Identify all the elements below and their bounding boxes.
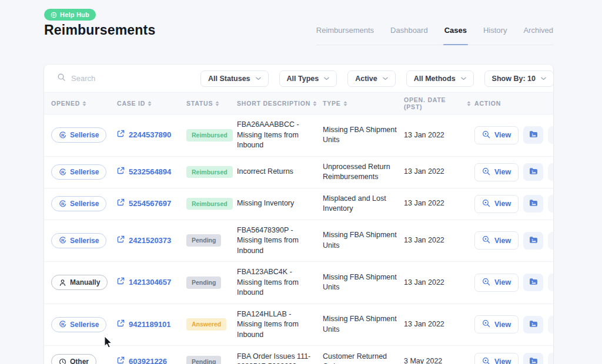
refresh-button[interactable] — [548, 274, 553, 291]
tab-cases[interactable]: Cases — [444, 26, 467, 35]
sort-icon — [148, 101, 152, 106]
svg-text:R: R — [61, 133, 65, 138]
folder-icon — [529, 130, 538, 140]
view-button[interactable]: View — [474, 353, 519, 364]
table-header: OPENED CASE ID STATUS SHORT DESCRIPTION — [44, 93, 553, 114]
chevron-down-icon — [461, 77, 466, 80]
archive-folder-button[interactable] — [523, 195, 543, 213]
column-header-status[interactable]: STATUS — [186, 100, 237, 107]
archive-folder-button[interactable] — [523, 353, 543, 364]
sellerise-icon: R — [59, 237, 66, 244]
view-button[interactable]: View — [474, 195, 519, 213]
opened-pill[interactable]: R Sellerise — [51, 196, 106, 211]
tab-reimbursements[interactable]: Reimbursements — [316, 26, 374, 35]
open-date: 13 Jan 2022 — [404, 278, 474, 288]
page-title: Reimbursements — [44, 22, 155, 38]
column-header-type[interactable]: TYPE — [323, 100, 404, 107]
archive-folder-button[interactable] — [523, 316, 543, 333]
opened-pill[interactable]: R Sellerise — [51, 164, 106, 180]
open-date: 13 Jan 2022 — [404, 235, 474, 246]
tab-archived[interactable]: Archived — [523, 26, 553, 35]
refresh-button[interactable] — [548, 126, 553, 144]
view-icon — [482, 199, 490, 209]
filter-dropdown-active[interactable]: Active — [347, 70, 396, 87]
open-date: 13 Jan 2022 — [404, 319, 474, 330]
refresh-button[interactable] — [548, 232, 553, 250]
external-link-icon — [117, 167, 125, 177]
case-type: Misplaced and Lost Inventory — [323, 194, 404, 214]
filter-dropdowns: All Statuses All Types Active All Method… — [200, 70, 553, 87]
view-button[interactable]: View — [474, 126, 519, 144]
short-description: Missing Inventory — [237, 198, 323, 209]
short-description: Incorrect Returns — [237, 167, 323, 177]
case-id-link[interactable]: 9421189101 — [117, 319, 171, 330]
chevron-down-icon — [324, 77, 329, 80]
refresh-button[interactable] — [548, 316, 553, 333]
external-link-icon — [117, 319, 125, 330]
archive-folder-button[interactable] — [523, 274, 543, 291]
case-type: Missing FBA Shipment Units — [323, 272, 404, 293]
svg-text:R: R — [61, 170, 65, 175]
opened-pill[interactable]: Other — [51, 354, 96, 364]
filter-dropdown-show-by-10[interactable]: Show By: 10 — [484, 70, 553, 87]
case-id-link[interactable]: 5232564894 — [117, 167, 171, 177]
case-id-link[interactable]: 2421520373 — [117, 235, 171, 246]
folder-icon — [529, 278, 538, 287]
view-button[interactable]: View — [474, 163, 519, 181]
case-type: Missing FBA Shipment Units — [323, 230, 404, 251]
case-id-link[interactable]: 603921226 — [117, 356, 167, 364]
opened-pill[interactable]: R Sellerise — [51, 233, 106, 248]
clock-icon — [59, 358, 66, 364]
tab-history[interactable]: History — [483, 26, 507, 35]
view-icon — [482, 319, 490, 329]
filter-dropdown-all-methods[interactable]: All Methods — [406, 70, 474, 87]
status-badge: Reimbursed — [186, 166, 233, 178]
case-id-link[interactable]: 2244537890 — [117, 130, 171, 140]
folder-icon — [529, 236, 538, 245]
search-input[interactable] — [71, 74, 200, 83]
short-description: FBA123ABC4K - Missing Items from Inbound — [237, 267, 323, 298]
filter-dropdown-all-types[interactable]: All Types — [279, 70, 337, 87]
case-id-link[interactable]: 1421304657 — [117, 277, 171, 288]
sellerise-icon: R — [59, 321, 66, 328]
tab-dashboard[interactable]: Dashboard — [390, 26, 428, 35]
column-header-opened[interactable]: OPENED — [51, 100, 117, 107]
view-button[interactable]: View — [474, 231, 519, 250]
opened-pill[interactable]: R Sellerise — [51, 127, 106, 143]
archive-folder-button[interactable] — [523, 163, 543, 181]
table-row: R Sellerise 2244537890 Reimbursed FB — [44, 114, 553, 157]
view-button[interactable]: View — [474, 274, 519, 292]
view-button[interactable]: View — [474, 315, 519, 333]
refresh-button[interactable] — [548, 353, 553, 364]
refresh-button[interactable] — [548, 163, 553, 181]
opened-pill[interactable]: R Sellerise — [51, 317, 106, 332]
sort-icon — [82, 101, 86, 106]
filter-dropdown-all-statuses[interactable]: All Statuses — [200, 70, 269, 87]
column-header-action: ACTION — [474, 100, 546, 107]
person-icon — [59, 279, 66, 287]
folder-icon — [529, 167, 538, 177]
open-date: 13 Jan 2022 — [404, 130, 474, 141]
case-id-link[interactable]: 5254567697 — [117, 198, 171, 209]
sort-icon — [215, 101, 219, 106]
column-header-short-description[interactable]: SHORT DESCRIPTION — [237, 100, 323, 107]
external-link-icon — [117, 235, 125, 246]
external-link-icon — [117, 198, 125, 209]
archive-folder-button[interactable] — [523, 232, 543, 250]
open-date: 13 Jan 2022 — [404, 198, 474, 209]
status-badge: Answered — [186, 318, 226, 331]
refresh-button[interactable] — [548, 195, 553, 213]
column-header-case-id[interactable]: CASE ID — [117, 100, 186, 107]
open-date: 3 May 2022 — [404, 356, 474, 364]
case-type: Missing FBA Shipment Units — [323, 314, 404, 335]
case-type: Unprocessed Return Reimbursements — [323, 162, 404, 183]
chevron-down-icon — [541, 77, 546, 80]
column-header-open-date-pst[interactable]: OPEN. DATE (PST) — [404, 96, 474, 110]
opened-pill[interactable]: Manually — [51, 275, 108, 290]
help-hub-label: Help Hub — [60, 11, 89, 18]
archive-folder-button[interactable] — [523, 126, 543, 144]
help-hub-button[interactable]: Help Hub — [44, 9, 96, 21]
status-badge: Reimbursed — [186, 198, 233, 210]
short-description: FBA Order Issues 111-3993517-5222203 — [237, 352, 323, 364]
view-icon — [482, 278, 490, 288]
